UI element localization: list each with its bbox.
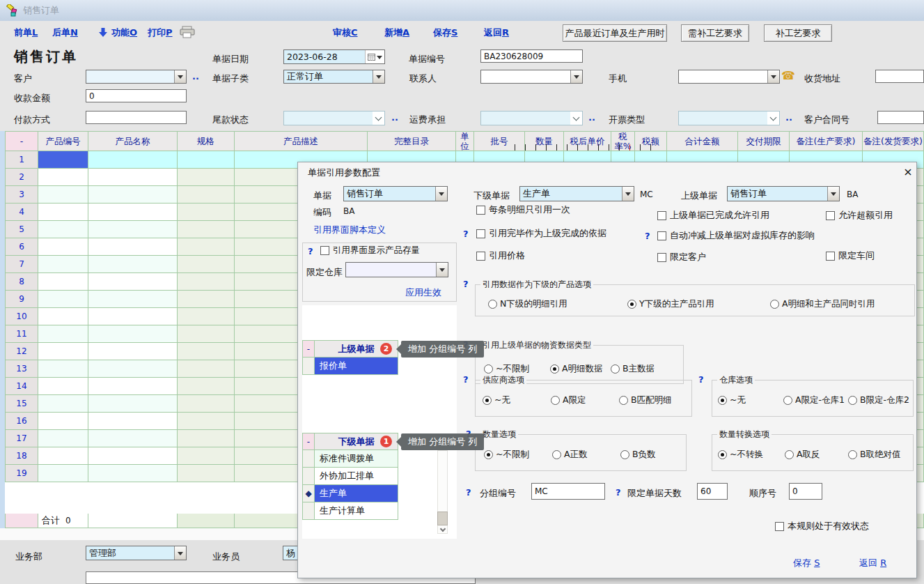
column-header[interactable]: 产品编号 [38,131,88,151]
dialog-save-link[interactable]: 保存 S [793,557,820,569]
row-number-cell[interactable]: 1 [5,151,38,169]
grid-cell[interactable] [38,308,88,325]
mobile-combo[interactable] [678,70,780,84]
radio-option[interactable]: ~不限制 [484,449,529,461]
grid-cell[interactable] [38,256,88,273]
list-item[interactable]: 生产单 [315,485,398,502]
list-item[interactable]: 生产计算单 [315,502,398,520]
dropdown-arrow-icon[interactable] [767,70,779,83]
radio-icon[interactable] [552,450,561,459]
grid-cell[interactable] [38,291,88,308]
dropdown-arrow-icon[interactable] [436,263,448,277]
grid-cell[interactable] [88,273,178,291]
toolbar-button-1[interactable]: 需补工艺要求 [681,24,749,42]
checkbox-limit-customer[interactable]: 限定客户 [657,251,706,263]
grid-cell[interactable] [38,430,88,447]
grid-cell[interactable] [88,203,178,221]
grid-cell[interactable] [178,378,235,395]
radio-option[interactable]: B主数据 [611,363,655,375]
radio-option[interactable]: A明细数据 [550,363,603,375]
grid-cell[interactable] [178,256,235,273]
customer-combo[interactable] [86,70,187,84]
contact-combo[interactable] [480,70,583,84]
dropdown-arrow-icon[interactable] [827,187,839,201]
radio-option[interactable]: ~不转换 [718,449,763,461]
radio-option[interactable]: B匹配明细 [619,394,672,406]
column-header[interactable]: 单位 [456,131,474,151]
dept-combo[interactable]: 管理部 [86,546,187,560]
radio-option[interactable]: B负数 [620,449,656,461]
grid-cell[interactable] [178,238,235,256]
checkbox-icon[interactable] [657,231,666,240]
toolbar-item-n[interactable]: 后单N [52,26,78,39]
help-icon[interactable]: ? [463,279,469,289]
seq-input[interactable]: 0 [789,483,822,500]
column-header[interactable]: 规格 [178,131,235,151]
grid-cell[interactable] [38,360,88,378]
help-icon[interactable]: ? [463,374,469,385]
help-icon[interactable]: ? [616,487,621,498]
column-header[interactable]: 备注(生产要求) [790,131,863,151]
column-header[interactable]: 交付期限 [738,131,790,151]
toolbar-button-0[interactable]: 产品最近订单及生产用时 [563,24,667,42]
row-number-cell[interactable]: 4 [5,203,38,221]
invoice-more-link[interactable]: .. [588,112,595,123]
grid-cell[interactable] [88,238,178,256]
radio-icon[interactable] [718,396,727,405]
grid-cell[interactable] [178,413,235,430]
scrollbar-down-arrow-icon[interactable] [437,525,448,534]
grid-cell[interactable] [178,291,235,308]
radio-icon[interactable] [611,364,620,374]
action-a[interactable]: 新增A [384,26,409,39]
grid-cell[interactable] [38,203,88,221]
checkbox-icon[interactable] [826,211,835,220]
phone-icon[interactable]: ☎ [781,69,795,82]
received-input[interactable]: 0 [86,89,187,102]
grid-cell[interactable] [38,343,88,360]
toolbar-item-o[interactable]: 功能O [111,26,137,39]
column-header[interactable]: 完整目录 [368,131,456,151]
grid-cell[interactable] [88,325,178,343]
grid-cell[interactable] [88,378,178,395]
column-header[interactable]: 批号 [474,131,525,151]
list-item[interactable]: 标准件调拨单 [315,450,398,468]
radio-icon[interactable] [848,450,857,459]
checkbox-icon[interactable] [320,246,329,255]
grid-cell[interactable] [88,395,178,413]
column-header[interactable]: 税率% [611,131,635,151]
row-number-cell[interactable]: 3 [5,186,38,203]
row-number-cell[interactable]: 6 [5,238,38,256]
help-icon[interactable]: ? [698,374,704,385]
row-number-cell[interactable]: 11 [5,325,38,343]
doc-type-combo[interactable]: 销售订单 [343,186,448,201]
parent-doc-combo[interactable]: 销售订单 [727,186,840,201]
grid-cell[interactable] [38,221,88,238]
column-header[interactable]: 备注(发货要求) [863,131,924,151]
grid-cell[interactable] [88,221,178,238]
checkbox-icon[interactable] [657,211,666,220]
contract-input[interactable] [877,111,924,124]
grid-cell[interactable] [88,430,178,447]
grid-cell[interactable] [88,447,178,465]
list-item[interactable]: 报价单 [315,358,398,375]
invoice-combo[interactable] [678,111,780,125]
row-number-cell[interactable]: 14 [5,378,38,395]
radio-icon[interactable] [848,396,857,405]
row-number-cell[interactable]: 13 [5,360,38,378]
checkbox-icon[interactable] [826,252,835,261]
row-number-cell[interactable]: 10 [5,308,38,325]
radio-icon[interactable] [783,396,792,405]
chevron-down-icon[interactable] [570,112,582,125]
column-header[interactable]: - [5,131,38,151]
radio-option[interactable]: Y下级的主产品引用 [627,298,714,310]
child-doc-combo[interactable]: 生产单 [519,186,634,201]
help-icon[interactable]: ? [645,231,650,241]
grid-cell[interactable] [88,256,178,273]
checkbox-rule-active[interactable]: 本规则处于有效状态 [775,520,869,532]
checkbox-icon[interactable] [775,522,784,531]
dropdown-arrow-icon[interactable] [373,70,384,83]
customer-more-link[interactable]: .. [192,71,199,82]
row-number-cell[interactable]: 18 [5,447,38,465]
radio-icon[interactable] [619,396,628,405]
scrollbar-thumb[interactable] [437,512,448,525]
